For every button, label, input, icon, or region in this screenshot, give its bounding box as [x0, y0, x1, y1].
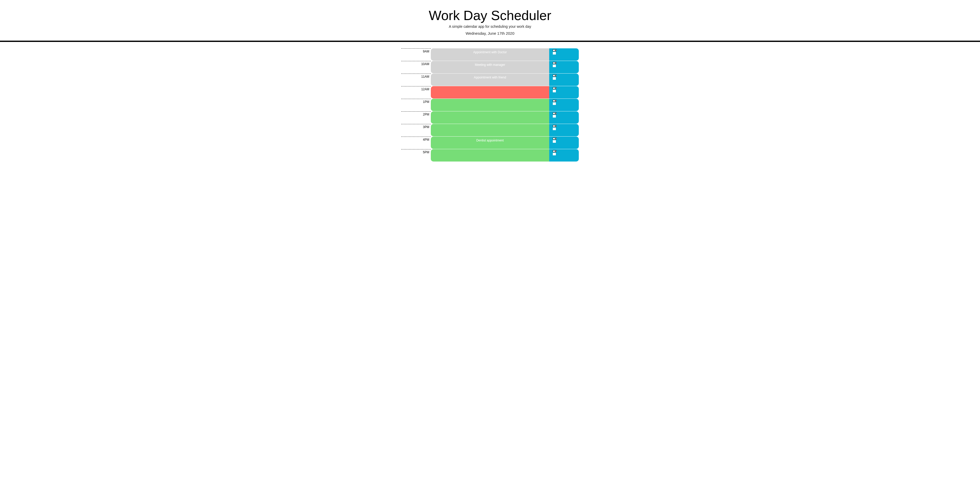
save-icon	[553, 100, 557, 105]
save-icon	[553, 75, 557, 80]
current-date: Wednesday, June 17th 2020	[0, 31, 980, 35]
hour-label: 11AM	[401, 73, 431, 86]
event-input[interactable]	[431, 48, 549, 61]
save-button[interactable]	[549, 149, 579, 162]
page-subtitle: A simple calendar app for scheduling you…	[0, 24, 980, 29]
event-input[interactable]	[431, 73, 549, 86]
time-block-row: 10AM	[401, 61, 579, 73]
hour-label: 4PM	[401, 137, 431, 149]
event-input[interactable]	[431, 61, 549, 73]
save-button[interactable]	[549, 137, 579, 149]
save-icon	[553, 49, 557, 54]
schedule-container: 9AM10AM11AM12AM1PM2PM3PM4PM5PM	[401, 48, 579, 162]
hour-label: 2PM	[401, 111, 431, 124]
save-button[interactable]	[549, 111, 579, 124]
save-icon	[553, 150, 557, 156]
time-block-row: 5PM	[401, 149, 579, 162]
save-button[interactable]	[549, 61, 579, 73]
hour-label: 9AM	[401, 48, 431, 61]
time-block-row: 12AM	[401, 86, 579, 98]
event-input[interactable]	[431, 86, 549, 98]
time-block-row: 11AM	[401, 73, 579, 86]
event-input[interactable]	[431, 111, 549, 124]
save-button[interactable]	[549, 48, 579, 61]
page-title: Work Day Scheduler	[0, 8, 980, 23]
time-block-row: 2PM	[401, 111, 579, 124]
time-block-row: 1PM	[401, 99, 579, 111]
hour-label: 3PM	[401, 124, 431, 137]
save-button[interactable]	[549, 124, 579, 137]
time-block-row: 4PM	[401, 137, 579, 149]
save-button[interactable]	[549, 99, 579, 111]
hour-label: 5PM	[401, 149, 431, 162]
event-input[interactable]	[431, 124, 549, 137]
save-icon	[553, 113, 557, 117]
event-input[interactable]	[431, 149, 549, 162]
save-icon	[553, 87, 557, 92]
page-header: Work Day Scheduler A simple calendar app…	[0, 0, 980, 42]
save-icon	[553, 125, 557, 130]
time-block-row: 9AM	[401, 48, 579, 61]
hour-label: 10AM	[401, 61, 431, 73]
event-input[interactable]	[431, 137, 549, 149]
save-icon	[553, 138, 557, 143]
save-icon	[553, 62, 557, 67]
hour-label: 12AM	[401, 86, 431, 98]
event-input[interactable]	[431, 99, 549, 111]
save-button[interactable]	[549, 86, 579, 98]
time-block-row: 3PM	[401, 124, 579, 137]
save-button[interactable]	[549, 73, 579, 86]
hour-label: 1PM	[401, 99, 431, 111]
